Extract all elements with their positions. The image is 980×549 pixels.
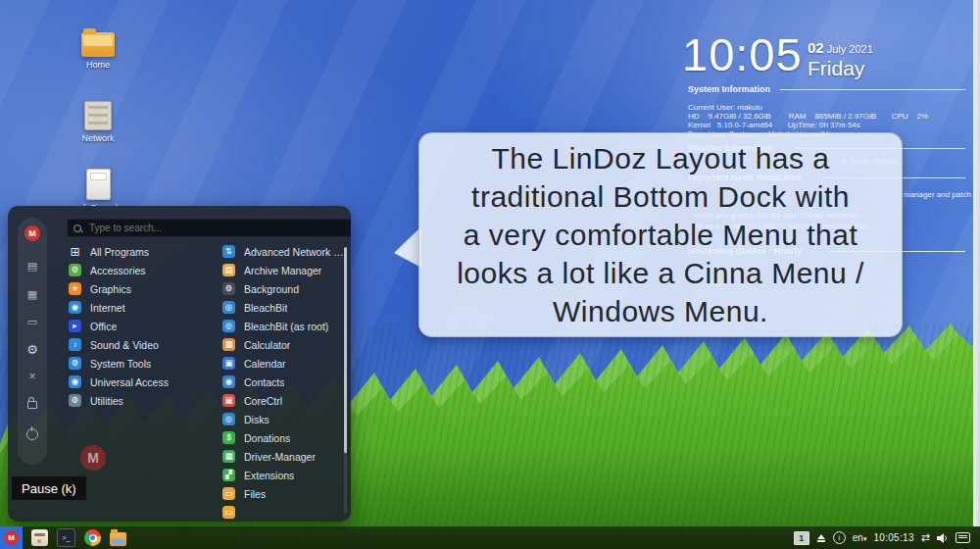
accessories-icon: ⚙	[69, 264, 81, 276]
tray-clock[interactable]: 10:05:13	[873, 532, 913, 543]
menu-item-partial[interactable]: ▭	[222, 506, 348, 519]
menu-apps-column: ⇅Advanced Network Configura... ▤Archive …	[222, 245, 348, 519]
app-menu-sidebar: M ▤ ▦ ▭ ⚙ ×	[18, 218, 47, 465]
menu-item-accessories[interactable]: ⚙Accessories	[69, 264, 216, 276]
menu-item-internet[interactable]: ◉Internet	[69, 301, 216, 314]
desktop-icon-label: Network	[69, 133, 127, 143]
menu-launcher-button[interactable]: M	[0, 526, 23, 549]
clock-month-year: July 2021	[827, 43, 873, 55]
desktop-icon-network[interactable]: Network	[69, 101, 127, 143]
sound-video-icon: ♪	[69, 338, 81, 351]
info-icon[interactable]: i	[833, 531, 846, 544]
menu-item-corectrl[interactable]: ▣CoreCtrl	[222, 394, 348, 407]
volume-icon[interactable]	[937, 533, 949, 543]
menu-scrollbar[interactable]	[344, 247, 347, 514]
menu-item-calculator[interactable]: ▦Calculator	[222, 338, 348, 351]
package-manager-icon[interactable]	[31, 529, 48, 546]
menu-search-bar[interactable]	[67, 219, 351, 237]
menu-item-files[interactable]: ▭Files	[222, 487, 348, 500]
makulu-logo-icon: M	[4, 530, 19, 545]
menu-item-all-programs[interactable]: ⊞All Programs	[69, 245, 216, 258]
chevron-down-icon: ▾	[863, 535, 867, 542]
video-pause-indicator: Pause (k)	[12, 476, 86, 500]
donations-icon: $	[222, 431, 235, 444]
close-icon[interactable]: ×	[18, 364, 47, 389]
menu-item-office[interactable]: ▸Office	[69, 320, 216, 332]
extensions-icon: ▞	[222, 469, 235, 481]
conky-line: Kernel 5.10.0-7-amd64 UpTime: 0h 37m 54s	[688, 121, 860, 129]
chrome-icon[interactable]	[84, 529, 101, 546]
menu-item-graphics[interactable]: ★Graphics	[69, 282, 216, 295]
system-tray: 1 i en▾ 10:05:13 ⇄	[794, 526, 970, 549]
drive-icon	[86, 169, 111, 200]
conky-news-line: manager and patch	[904, 190, 971, 199]
conky-system-title: System Information	[688, 84, 770, 94]
conky-rule	[780, 89, 965, 90]
corectrl-icon: ▣	[222, 394, 235, 407]
clock-day: 02	[808, 39, 824, 56]
pictures-icon[interactable]: ▦	[18, 281, 47, 307]
notifications-icon[interactable]	[956, 532, 970, 543]
speech-bubble-text: The LinDoz Layout has a traditional Bott…	[427, 139, 894, 330]
all-programs-icon: ⊞	[69, 245, 81, 258]
search-icon	[74, 225, 81, 232]
keyboard-layout-indicator[interactable]: en▾	[853, 532, 867, 543]
menu-item-background[interactable]: ⚙Background	[222, 282, 348, 295]
menu-item-utilities[interactable]: ⚙Utilities	[69, 394, 216, 407]
terminal-icon[interactable]: >_	[57, 528, 75, 547]
menu-categories-column: ⊞All Programs ⚙Accessories ★Graphics ◉In…	[69, 245, 216, 407]
workspace-switcher[interactable]: 1	[794, 531, 809, 545]
desktop: Home Network sf_Zipped 10:05 02July 2021…	[0, 0, 980, 549]
disks-icon: ◎	[222, 413, 235, 425]
menu-item-contacts[interactable]: ◉Contacts	[222, 375, 348, 388]
menu-item-adv-network[interactable]: ⇅Advanced Network Configura...	[222, 245, 348, 258]
internet-icon: ◉	[69, 301, 81, 314]
menu-item-universal-access[interactable]: ◉Universal Access	[69, 375, 216, 388]
makulu-logo-icon[interactable]: M	[24, 225, 40, 241]
menu-item-driver-manager[interactable]: ▦Driver-Manager	[222, 450, 348, 463]
archive-manager-icon: ▤	[222, 264, 235, 276]
clock-time: 10:05	[682, 27, 803, 81]
taskbar-launchers: M >_	[0, 526, 126, 549]
search-input[interactable]	[87, 222, 346, 234]
menu-item-bleachbit[interactable]: ◎BleachBit	[222, 301, 348, 314]
network-icon	[84, 101, 112, 130]
menu-item-sound-video[interactable]: ♪Sound & Video	[69, 338, 216, 351]
conky-line: Current User: makulu	[688, 103, 762, 112]
menu-item-bleachbit-root[interactable]: ◎BleachBit (as root)	[222, 320, 348, 332]
menu-item-disks[interactable]: ◎Disks	[222, 413, 348, 425]
files-icon: ▭	[222, 487, 235, 500]
menu-item-extensions[interactable]: ▞Extensions	[222, 469, 348, 481]
lock-icon[interactable]	[18, 392, 47, 418]
bleachbit-root-icon: ◎	[222, 320, 235, 332]
system-tools-icon: ⚙	[69, 357, 81, 370]
settings-gear-icon[interactable]: ⚙	[18, 336, 47, 362]
desktop-icon-home[interactable]: Home	[69, 32, 127, 70]
makulu-watermark: M	[80, 445, 106, 471]
menu-item-donations[interactable]: $Donations	[222, 431, 348, 444]
app-menu: M ▤ ▦ ▭ ⚙ × ⊞All Programs ⚙Accessories ★…	[8, 206, 351, 522]
graphics-icon: ★	[69, 282, 81, 295]
bleachbit-icon: ◎	[222, 301, 235, 314]
taskbar: M >_ 1 i en▾ 10:05:13 ⇄	[0, 526, 980, 549]
speech-bubble: The LinDoz Layout has a traditional Bott…	[418, 132, 903, 337]
file-manager-icon[interactable]	[110, 532, 126, 546]
folders-icon[interactable]: ▭	[18, 309, 47, 334]
power-icon[interactable]	[18, 422, 47, 447]
menu-item-archive-manager[interactable]: ▤Archive Manager	[222, 264, 348, 276]
menu-item-calendar[interactable]: ▣Calendar	[222, 357, 348, 370]
partial-app-icon: ▭	[222, 506, 235, 519]
background-icon: ⚙	[222, 282, 235, 295]
menu-item-system-tools[interactable]: ⚙System Tools	[69, 357, 216, 370]
clock-weekday: Friday	[808, 57, 873, 80]
network-config-icon: ⇅	[222, 245, 235, 258]
network-icon[interactable]: ⇄	[921, 532, 930, 543]
contacts-icon: ◉	[222, 375, 235, 388]
calendar-icon: ▣	[222, 357, 235, 370]
universal-access-icon: ◉	[69, 375, 81, 388]
home-folder-icon	[81, 32, 115, 57]
eject-icon[interactable]	[816, 533, 826, 543]
profile-icon[interactable]: ▤	[18, 253, 47, 278]
desktop-icon-label: Home	[69, 60, 127, 70]
conky-line: HD 9.47GiB / 32.6GiB RAM 865MiB / 2.97Gi…	[688, 112, 928, 121]
